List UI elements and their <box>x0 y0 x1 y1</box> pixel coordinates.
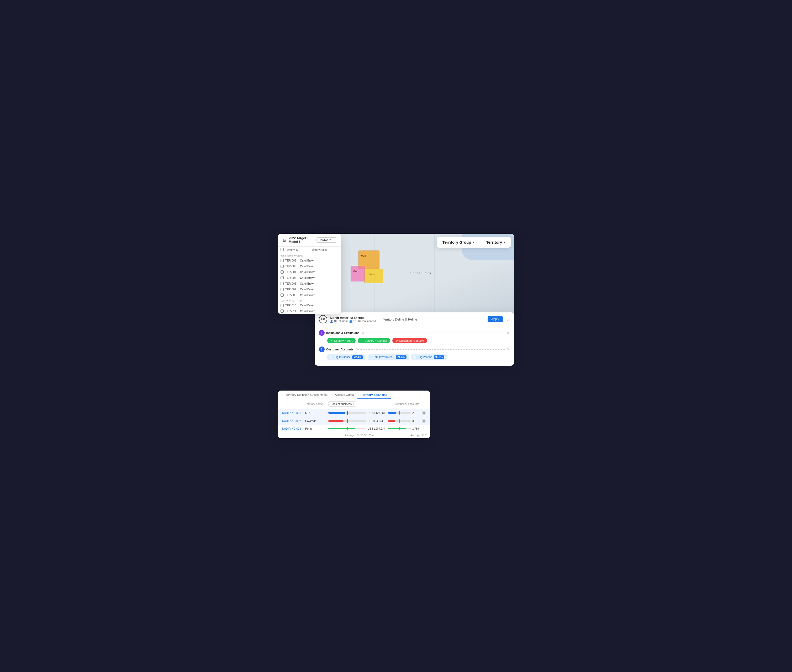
balancing-footer: Average US: $1,987,234 Average: 997 <box>278 432 430 438</box>
chip-canada-label: Country = Canada <box>364 339 387 342</box>
acc-bar-marker <box>399 411 400 415</box>
metric-select[interactable]: Book of business ▾ <box>328 401 356 406</box>
svg-rect-0 <box>284 240 284 242</box>
remove-row-button[interactable]: ✕ <box>422 419 426 423</box>
territory-name: Carol Brown <box>300 259 315 262</box>
territory-label: Territory <box>486 240 502 245</box>
acc-bar-background <box>388 428 411 429</box>
bar-fill <box>328 420 343 422</box>
chip-ny-investment-pct: 21.4% <box>396 355 406 359</box>
row-checkbox[interactable] <box>281 259 284 262</box>
check-icon-2: ✓ <box>361 339 363 342</box>
territory-row[interactable]: TER-003 Carol Brown <box>278 263 341 269</box>
col-header-territory: Territory name <box>305 402 326 405</box>
row-checkbox[interactable] <box>281 309 284 313</box>
chip-ny-investment[interactable]: 📄 NY Investment... 21.4% <box>368 354 409 360</box>
territory-id: TER-010 <box>285 304 298 307</box>
territory-group-label: John Territory Group <box>278 253 341 258</box>
balancing-row: NADIR-NE-002 Colorado US $994,234 35 ✕ <box>278 417 430 425</box>
chip-country-canada[interactable]: ✓ Country = Canada <box>358 338 390 343</box>
acc-bar-marker <box>399 427 400 430</box>
define-title: North America Direct <box>330 316 376 320</box>
balancing-row: NADIR-NE-001 UTAH US $1,123,987 20 ✕ <box>278 409 430 417</box>
territory-id-link[interactable]: NADIR-NE-003 <box>282 427 303 430</box>
bar-wrap: US $994,234 <box>328 420 386 422</box>
territory-name: Carol Brown <box>300 270 315 274</box>
territory-list-panel: 2022 Target - Model 1 Hardware Software … <box>278 234 341 314</box>
territory-row[interactable]: TER-002 Carol Brown <box>278 258 341 263</box>
map-country-label: United States <box>410 272 431 275</box>
territory-row[interactable]: TER-007 Carol Brown <box>278 286 341 292</box>
territory-row[interactable]: TER-005 Carol Brown <box>278 275 341 281</box>
territory-id-link[interactable]: NADIR-NE-002 <box>282 419 303 422</box>
territory-group-button[interactable]: Territory Group ▾ <box>437 237 481 248</box>
bar-wrap: US $1,987,234 <box>328 427 386 430</box>
territory-id-link[interactable]: NADIR-NE-001 <box>282 411 303 414</box>
select-all-checkbox[interactable] <box>281 248 284 251</box>
territory-id: TER-007 <box>285 288 298 291</box>
col-header-metric: Book of business ▾ <box>328 401 392 406</box>
app-title: 2022 Target - Model 1 <box>289 236 314 244</box>
territory-id: TER-008 <box>285 293 298 297</box>
map-state-colo[interactable] <box>364 269 383 283</box>
metric-chevron-icon: ▾ <box>353 403 354 405</box>
territory-row[interactable]: TER-011 Carol Brown <box>278 308 341 314</box>
apply-button[interactable]: Apply <box>487 316 503 322</box>
list-header: 2022 Target - Model 1 Hardware Software <box>278 234 341 246</box>
territory-list-body: John Territory Group TER-002 Carol Brown… <box>278 253 341 314</box>
remove-row-button[interactable]: ✕ <box>422 411 426 415</box>
step-1-connector-line <box>364 333 505 333</box>
territory-row[interactable]: TER-010 Carol Brown <box>278 302 341 308</box>
territory-row[interactable]: TER-004 Carol Brown <box>278 269 341 275</box>
territory-row-name: UTAH <box>305 411 326 414</box>
map-state-label-wyo: WYO <box>361 255 366 257</box>
chip-big-pharma-pct: 90.1% <box>434 355 444 359</box>
territory-id: TER-006 <box>285 282 298 285</box>
home-icon[interactable] <box>282 237 287 243</box>
acc-bar-marker <box>399 419 400 423</box>
territory-button[interactable]: Territory ▾ <box>480 237 511 248</box>
chip-big-insurance[interactable]: 📄 Big Insurance 72.4% <box>327 354 366 360</box>
row-checkbox[interactable] <box>281 265 284 268</box>
map-panel: WYO UTAH COLO United States Territory Gr… <box>315 234 514 318</box>
expand-icon[interactable]: ⤢ <box>507 317 510 322</box>
model-select-wrap[interactable]: Hardware Software <box>316 237 337 243</box>
acc-bar-fill <box>388 412 396 414</box>
row-checkbox[interactable] <box>281 270 284 274</box>
bar-background <box>328 412 366 414</box>
more-options-icon[interactable]: ··· <box>335 248 338 252</box>
territory-row[interactable]: TER-008 Carol Brown <box>278 292 341 298</box>
chip-big-pharma[interactable]: 📄 Big Pharma 90.1% <box>411 354 447 360</box>
territory-row[interactable]: TER-006 Carol Brown <box>278 281 341 286</box>
map-state-utah[interactable] <box>351 266 365 282</box>
chip-big-insurance-pct: 72.4% <box>352 355 363 359</box>
row-checkbox[interactable] <box>281 276 284 279</box>
model-select[interactable]: Hardware Software <box>316 237 337 243</box>
col-header-accounts: Number of accounts <box>394 402 426 405</box>
row-checkbox[interactable] <box>281 293 284 297</box>
territory-group-label: Territory Group <box>442 240 471 245</box>
chip-customers-500m[interactable]: ⊘ Customers < $500M <box>392 338 427 343</box>
map-background: WYO UTAH COLO United States Territory Gr… <box>315 234 514 318</box>
chip-big-pharma-label: Big Pharma <box>418 356 432 358</box>
define-title-group: North America Direct 👤 100 Current 👥 125… <box>330 316 376 323</box>
territory-chevron-icon: ▾ <box>503 240 505 244</box>
chip-country-usa[interactable]: ✓ Country = USA <box>327 338 356 343</box>
list-nav-header: Territory ID Territory Name ··· <box>278 246 341 253</box>
bar-marker <box>347 427 348 430</box>
territory-name: Carol Brown <box>300 265 315 268</box>
define-badge: 1.10 <box>319 315 327 323</box>
territory-name: Carol Brown <box>300 288 315 291</box>
row-checkbox[interactable] <box>281 282 284 285</box>
chip-big-insurance-label: Big Insurance <box>335 356 351 358</box>
tab-territory-definition[interactable]: Territory Definition & Assignment <box>282 390 331 399</box>
step-1-connector-dot-end <box>507 332 509 334</box>
acc-bar-fill <box>388 428 406 429</box>
step-1-connector-dot <box>362 332 364 334</box>
row-checkbox[interactable] <box>281 288 284 291</box>
tab-territory-balancing[interactable]: Territory Balancing <box>358 390 391 399</box>
acc-count: 35 <box>412 420 420 422</box>
territory-name-col-header: Territory Name <box>310 248 335 251</box>
row-checkbox[interactable] <box>281 304 284 307</box>
tab-allocate-quota[interactable]: Allocate Quota <box>331 390 358 399</box>
